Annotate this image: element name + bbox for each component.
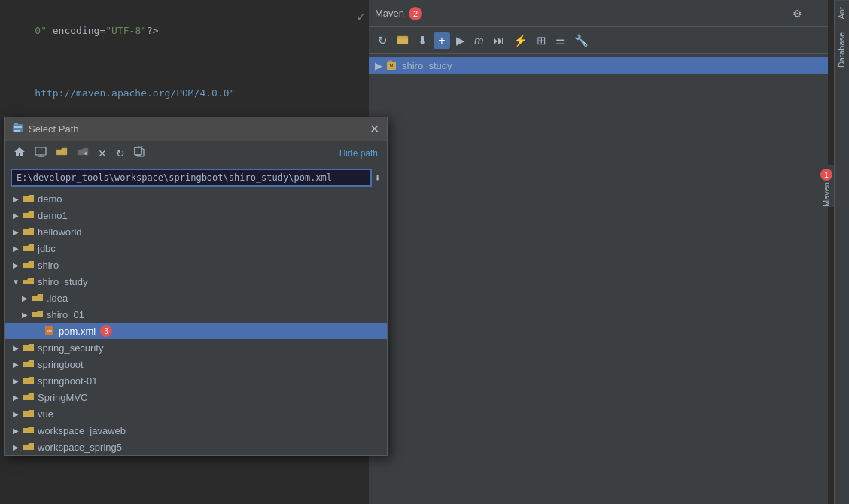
lightning-button[interactable]: ⚡ — [510, 32, 531, 49]
tree-item-demo[interactable]: ▶ demo — [5, 190, 387, 207]
refresh-maven-button[interactable]: ↻ — [375, 32, 391, 49]
tree-item-springmvc[interactable]: ▶ SpringMVC — [5, 389, 387, 405]
tree-label: shiro_01 — [47, 309, 84, 320]
dialog-title-icon — [12, 122, 24, 136]
tree-label: vue — [38, 408, 53, 420]
minimize-button[interactable]: − — [810, 7, 822, 20]
tree-item-helloworld[interactable]: ▶ helloworld — [5, 223, 387, 240]
expand-arrow: ▶ — [375, 60, 382, 71]
database-tab[interactable]: Database — [835, 26, 849, 74]
folder-icon — [23, 375, 35, 387]
svg-text:M: M — [390, 63, 394, 68]
tree-item-pom-xml[interactable]: ▶ XML pom.xml 3 — [5, 323, 387, 339]
tree-item-jdbc[interactable]: ▶ jdbc — [5, 240, 387, 257]
refresh-button[interactable]: ↻ — [113, 146, 128, 161]
maven-side-label[interactable]: Maven — [822, 182, 831, 207]
tree-label: shiro_study — [38, 276, 87, 287]
open-folder-dlg-button[interactable] — [53, 144, 71, 162]
folder-icon — [23, 424, 35, 436]
tree-label: spring_security — [38, 342, 103, 354]
file-tree: ▶ demo ▶ demo1 ▶ — [5, 190, 387, 455]
dialog-toolbar-left: ✕ ↻ — [11, 144, 149, 162]
pom-badge: 3 — [100, 325, 112, 337]
maven-project-label: shiro_study — [402, 60, 452, 71]
pom-file-icon: XML — [44, 325, 56, 337]
tree-label: helloworld — [38, 226, 82, 238]
maven-header-icons: ⚙ − — [790, 7, 822, 20]
code-line-1: 0" encoding="UTF-8"?> ✓ — [11, 8, 358, 70]
new-folder-button[interactable] — [74, 144, 92, 162]
maven-side-tab-container: 1 Maven — [819, 165, 834, 207]
tree-label: workspace_spring5 — [38, 442, 122, 453]
tree-label: shiro — [38, 260, 59, 271]
code-line-2: http://maven.apache.org/POM/4.0.0" — [11, 70, 358, 117]
folder-icon — [23, 242, 35, 254]
tree-item-demo1[interactable]: ▶ demo1 — [5, 207, 387, 223]
add-button[interactable]: + — [434, 32, 450, 49]
skip-test-button[interactable]: ⏭ — [490, 32, 507, 48]
maven-header: Maven 2 ⚙ − — [369, 0, 828, 27]
folder-icon — [32, 308, 44, 320]
folder-icon — [23, 441, 35, 453]
dialog-title: Select Path — [12, 122, 79, 136]
download-deps-button[interactable]: ⬇ — [415, 32, 431, 49]
svg-rect-3 — [388, 60, 392, 62]
folder-icon — [23, 391, 35, 403]
maven-toolbar: ↻ ⬇ + ▶ m ⏭ ⚡ ⊞ ⚌ 🔧 — [369, 27, 828, 54]
tree-label: pom.xml — [59, 326, 96, 337]
hide-path-button[interactable]: Hide path — [336, 147, 381, 160]
open-folder-button[interactable] — [394, 32, 412, 49]
maven-tree: ▶ M shiro_study — [369, 54, 828, 77]
wrench-button[interactable]: 🔧 — [571, 32, 592, 49]
svg-rect-10 — [35, 147, 46, 155]
path-input[interactable] — [11, 169, 372, 187]
folder-icon — [32, 292, 44, 304]
tree-item-spring-security[interactable]: ▶ spring_security — [5, 339, 387, 356]
tree-item-workspace-javaweb[interactable]: ▶ workspace_javaweb — [5, 422, 387, 439]
maven-project-item[interactable]: ▶ M shiro_study — [369, 57, 828, 74]
tree-label: .idea — [47, 293, 68, 304]
tree-item-springboot01[interactable]: ▶ springboot-01 — [5, 372, 387, 389]
side-panel: Ant Database — [834, 0, 849, 504]
settings-button[interactable]: ⚙ — [790, 7, 805, 20]
dialog-title-text: Select Path — [29, 123, 79, 135]
copy-path-button[interactable] — [131, 144, 149, 162]
tree-item-shiro[interactable]: ▶ shiro — [5, 257, 387, 273]
folder-icon — [23, 358, 35, 370]
folder-icon — [23, 193, 35, 205]
tree-item-workspace-spring5[interactable]: ▶ workspace_spring5 — [5, 439, 387, 455]
maven-project-icon: M — [385, 59, 397, 71]
folder-icon-open — [23, 275, 35, 287]
home-button[interactable] — [11, 144, 29, 162]
tree-label: SpringMVC — [38, 392, 87, 403]
folder-icon — [23, 408, 35, 420]
ant-tab[interactable]: Ant — [835, 0, 849, 26]
tree-item-vue[interactable]: ▶ vue — [5, 405, 387, 422]
svg-rect-16 — [135, 147, 142, 155]
tree-label: springboot-01 — [38, 375, 98, 387]
folder-icon — [23, 226, 35, 238]
maven-side-badge: 1 — [820, 169, 832, 181]
tree-item-shiro-study[interactable]: ▼ shiro_study — [5, 273, 387, 290]
desktop-button[interactable] — [32, 144, 50, 162]
folder-icon — [23, 259, 35, 271]
dialog-toolbar: ✕ ↻ Hide path — [5, 141, 387, 165]
sliders-button[interactable]: ⚌ — [552, 32, 568, 49]
m-button[interactable]: m — [471, 32, 487, 48]
path-input-row: ⬇ — [5, 165, 387, 190]
run-button[interactable]: ▶ — [453, 32, 468, 49]
maven-title: Maven — [375, 8, 404, 19]
tree-label: workspace_javaweb — [38, 425, 126, 436]
maven-badge: 2 — [409, 7, 422, 20]
folder-icon — [23, 342, 35, 354]
tree-item-shiro01[interactable]: ▶ shiro_01 — [5, 306, 387, 323]
navigate-icon[interactable]: ⬇ — [375, 172, 381, 184]
grid-button[interactable]: ⊞ — [534, 32, 549, 49]
tree-label: demo — [38, 193, 62, 205]
delete-button[interactable]: ✕ — [95, 146, 110, 161]
tree-item-idea[interactable]: ▶ .idea — [5, 290, 387, 306]
tree-item-springboot[interactable]: ▶ springboot — [5, 356, 387, 372]
dialog-titlebar: Select Path ✕ — [5, 117, 387, 141]
tree-label: jdbc — [38, 243, 56, 254]
dialog-close-button[interactable]: ✕ — [370, 123, 379, 135]
